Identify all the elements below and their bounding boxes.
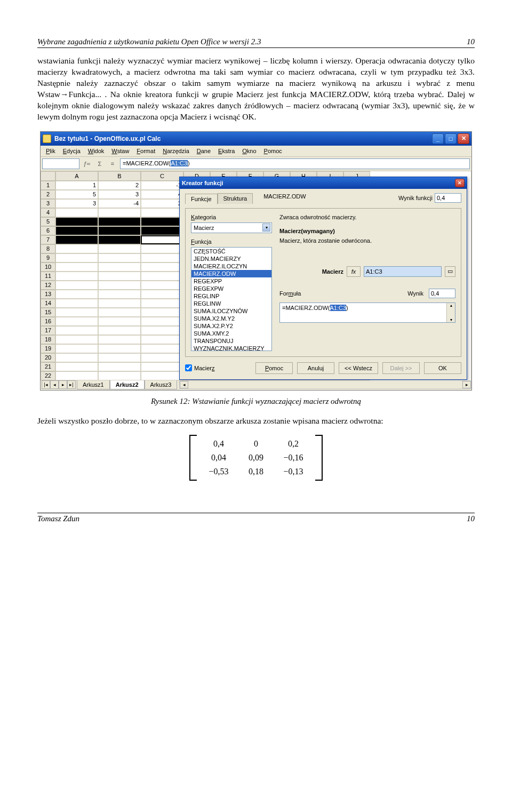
tab-structure[interactable]: Struktura [218,193,253,204]
cell[interactable] [141,226,183,235]
cell[interactable] [55,362,98,371]
cell[interactable] [55,308,98,317]
row-header[interactable]: 3 [41,199,55,208]
cell[interactable] [141,281,183,290]
cell[interactable] [98,281,141,290]
cell[interactable] [55,344,98,353]
row-header[interactable]: 10 [41,262,55,272]
menu-widok[interactable]: Widok [85,147,108,155]
row-header[interactable]: 1 [41,181,55,190]
cell[interactable] [98,217,141,226]
cell[interactable]: 3 [98,190,141,199]
tab-prev-button[interactable]: ◂ [50,380,59,389]
function-list-item[interactable]: REGLINP [191,292,271,300]
cell[interactable] [98,299,141,308]
cell[interactable] [141,317,183,326]
function-list-item[interactable]: SUMA.X2.M.Y2 [191,315,271,322]
row-header[interactable]: 12 [41,281,55,290]
cell[interactable] [98,344,141,353]
cell[interactable]: 1 [55,181,98,190]
row-header[interactable]: 22 [41,371,55,380]
function-list-item[interactable]: REGLINW [191,300,271,307]
row-header[interactable]: 15 [41,308,55,317]
name-box[interactable] [42,158,79,169]
cell[interactable] [55,217,98,226]
ok-button[interactable]: OK [424,362,461,374]
function-list-item[interactable]: CZĘSTOŚĆ [191,248,271,255]
cell[interactable] [98,326,141,335]
wizard-titlebar[interactable]: Kreator funkcji ✕ [180,177,467,189]
function-list-item[interactable]: WYZNACZNIK.MACIERZY [191,345,271,351]
cell[interactable] [141,272,183,281]
cell[interactable] [98,226,141,235]
category-select[interactable]: Macierz ▾ [191,222,272,233]
cell[interactable] [55,290,98,299]
row-header[interactable]: 19 [41,344,55,353]
scrollbar[interactable]: ▴▾ [446,303,455,322]
equals-icon[interactable]: = [107,158,118,169]
cell[interactable]: 4 [141,190,183,199]
cell[interactable] [98,235,141,244]
menu-pomoc[interactable]: Pomoc [261,147,285,155]
h-scrollbar[interactable]: ◂ ▸ [179,380,471,389]
function-list-item[interactable]: SUMA.XMY.2 [191,330,271,337]
cell[interactable] [98,253,141,262]
menu-edycja[interactable]: Edycja [60,147,84,155]
function-list-item[interactable]: MACIERZ.ILOCZYN [191,262,271,270]
cell[interactable] [141,290,183,299]
formula-box[interactable]: =MACIERZ.ODW(A1:C3) ▴▾ [279,302,455,323]
row-header[interactable]: 7 [41,235,55,244]
cell[interactable] [98,335,141,344]
cell[interactable] [98,272,141,281]
function-list-item[interactable]: JEDN.MACIERZY [191,255,271,262]
row-header[interactable]: 18 [41,335,55,344]
cell[interactable]: -1 [141,181,183,190]
tab-next-button[interactable]: ▸ [59,380,67,389]
cell[interactable] [141,217,183,226]
function-list-item[interactable]: TRANSPONUJ [191,337,271,345]
function-list-item[interactable]: REGEXPP [191,277,271,285]
cell[interactable]: 3 [55,199,98,208]
cell[interactable] [141,262,183,272]
cell[interactable] [55,235,98,244]
row-header[interactable]: 20 [41,353,55,362]
tab-first-button[interactable]: |◂ [42,380,50,389]
row-header[interactable]: 2 [41,190,55,199]
cell[interactable]: -4 [98,199,141,208]
row-header[interactable]: 11 [41,272,55,281]
row-header[interactable]: 14 [41,299,55,308]
row-header[interactable]: 17 [41,326,55,335]
fx-icon[interactable]: ƒ∞ [82,158,92,169]
back-button[interactable]: << Wstecz [339,362,378,374]
cell[interactable] [55,253,98,262]
cell[interactable] [141,235,183,244]
select-all-corner[interactable] [41,171,55,181]
cell[interactable] [55,353,98,362]
cell[interactable] [98,262,141,272]
cell[interactable] [55,226,98,235]
function-list-item[interactable]: REGEXPW [191,285,271,292]
cell[interactable] [98,362,141,371]
cell[interactable] [141,326,183,335]
menu-format[interactable]: Format [133,147,158,155]
row-header[interactable]: 13 [41,290,55,299]
sheet-tab[interactable]: Arkusz3 [145,380,178,389]
minimize-button[interactable]: _ [432,133,444,144]
cell[interactable] [98,371,141,380]
cell[interactable]: 2 [98,181,141,190]
cell[interactable] [141,371,183,380]
function-list[interactable]: CZĘSTOŚĆJEDN.MACIERZYMACIERZ.ILOCZYNMACI… [191,247,272,351]
menu-okno[interactable]: Okno [239,147,259,155]
close-button[interactable]: ✕ [458,133,469,144]
titlebar[interactable]: Bez tytułu1 - OpenOffice.ux.pl Calc _ □ … [41,132,471,146]
shrink-icon[interactable]: ▭ [445,266,455,277]
cell[interactable] [55,299,98,308]
function-list-item[interactable]: MACIERZ.ODW [191,270,271,277]
cell[interactable] [141,208,183,217]
cell[interactable] [141,362,183,371]
cell[interactable] [55,244,98,253]
menu-wstaw[interactable]: Wstaw [108,147,132,155]
fx-button[interactable]: fx [347,266,361,277]
cell[interactable] [55,262,98,272]
tab-last-button[interactable]: ▸| [67,380,76,389]
